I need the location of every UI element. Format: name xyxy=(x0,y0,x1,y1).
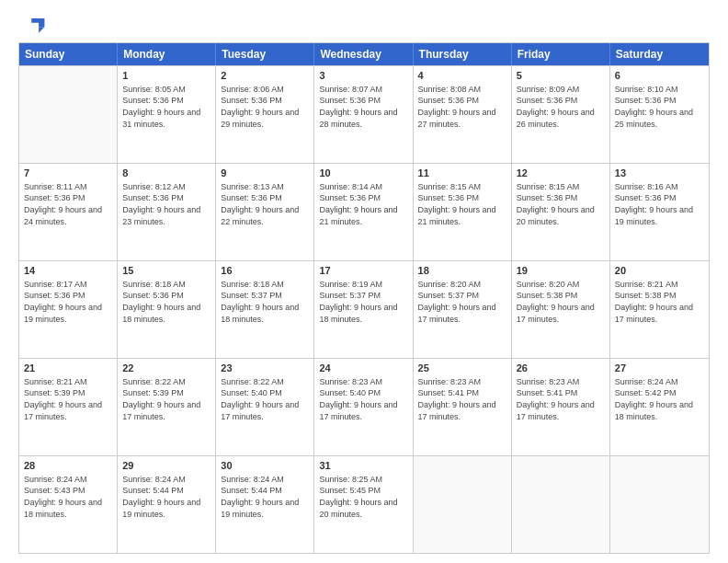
header-cell-saturday: Saturday xyxy=(610,43,709,65)
calendar-cell: 12Sunrise: 8:15 AMSunset: 5:36 PMDayligh… xyxy=(512,164,610,260)
day-number: 27 xyxy=(615,362,704,375)
header-cell-sunday: Sunday xyxy=(19,43,118,65)
day-number: 11 xyxy=(418,167,506,180)
cell-info: Sunrise: 8:19 AMSunset: 5:37 PMDaylight:… xyxy=(319,279,407,325)
calendar-row-1: 7Sunrise: 8:11 AMSunset: 5:36 PMDaylight… xyxy=(19,163,709,260)
calendar-body: 1Sunrise: 8:05 AMSunset: 5:36 PMDaylight… xyxy=(19,65,709,553)
day-number: 23 xyxy=(221,362,309,375)
cell-info: Sunrise: 8:23 AMSunset: 5:40 PMDaylight:… xyxy=(319,376,407,422)
cell-info: Sunrise: 8:24 AMSunset: 5:44 PMDaylight:… xyxy=(122,474,210,520)
day-number: 3 xyxy=(319,69,407,83)
cell-info: Sunrise: 8:21 AMSunset: 5:39 PMDaylight:… xyxy=(24,376,112,422)
day-number: 29 xyxy=(122,459,210,473)
day-number: 14 xyxy=(24,264,112,278)
day-number: 15 xyxy=(122,264,210,278)
cell-info: Sunrise: 8:05 AMSunset: 5:36 PMDaylight:… xyxy=(122,84,210,130)
calendar-cell: 13Sunrise: 8:16 AMSunset: 5:36 PMDayligh… xyxy=(610,164,709,260)
calendar-cell: 16Sunrise: 8:18 AMSunset: 5:37 PMDayligh… xyxy=(216,261,314,358)
header-cell-wednesday: Wednesday xyxy=(314,43,413,65)
day-number: 28 xyxy=(24,459,112,473)
cell-info: Sunrise: 8:07 AMSunset: 5:36 PMDaylight:… xyxy=(319,84,407,130)
calendar-cell xyxy=(512,456,610,553)
calendar-row-2: 14Sunrise: 8:17 AMSunset: 5:36 PMDayligh… xyxy=(19,260,709,358)
svg-marker-1 xyxy=(39,27,44,32)
cell-info: Sunrise: 8:22 AMSunset: 5:39 PMDaylight:… xyxy=(122,376,210,422)
day-number: 18 xyxy=(418,264,506,278)
cell-info: Sunrise: 8:25 AMSunset: 5:45 PMDaylight:… xyxy=(319,474,407,520)
calendar-cell: 7Sunrise: 8:11 AMSunset: 5:36 PMDaylight… xyxy=(19,164,118,260)
calendar-cell xyxy=(610,456,709,553)
calendar-cell: 23Sunrise: 8:22 AMSunset: 5:40 PMDayligh… xyxy=(216,359,314,455)
day-number: 6 xyxy=(615,69,704,83)
day-number: 13 xyxy=(615,167,704,180)
cell-info: Sunrise: 8:14 AMSunset: 5:36 PMDaylight:… xyxy=(319,181,407,227)
calendar-cell: 3Sunrise: 8:07 AMSunset: 5:36 PMDaylight… xyxy=(314,66,413,163)
calendar-cell: 24Sunrise: 8:23 AMSunset: 5:40 PMDayligh… xyxy=(314,359,413,455)
cell-info: Sunrise: 8:22 AMSunset: 5:40 PMDaylight:… xyxy=(221,376,309,422)
calendar-cell: 17Sunrise: 8:19 AMSunset: 5:37 PMDayligh… xyxy=(314,261,413,358)
cell-info: Sunrise: 8:17 AMSunset: 5:36 PMDaylight:… xyxy=(24,279,112,325)
day-number: 26 xyxy=(517,362,605,375)
day-number: 12 xyxy=(517,167,605,180)
cell-info: Sunrise: 8:09 AMSunset: 5:36 PMDaylight:… xyxy=(517,84,605,130)
calendar-cell: 6Sunrise: 8:10 AMSunset: 5:36 PMDaylight… xyxy=(610,66,709,163)
calendar-cell: 5Sunrise: 8:09 AMSunset: 5:36 PMDaylight… xyxy=(512,66,610,163)
calendar-cell: 20Sunrise: 8:21 AMSunset: 5:38 PMDayligh… xyxy=(610,261,709,358)
calendar-cell: 10Sunrise: 8:14 AMSunset: 5:36 PMDayligh… xyxy=(314,164,413,260)
day-number: 7 xyxy=(24,167,112,180)
calendar-cell: 9Sunrise: 8:13 AMSunset: 5:36 PMDaylight… xyxy=(216,164,314,260)
svg-marker-0 xyxy=(31,18,44,27)
day-number: 2 xyxy=(221,69,309,83)
calendar-cell: 11Sunrise: 8:15 AMSunset: 5:36 PMDayligh… xyxy=(414,164,512,260)
calendar-cell: 30Sunrise: 8:24 AMSunset: 5:44 PMDayligh… xyxy=(216,456,314,553)
header-cell-monday: Monday xyxy=(118,43,216,65)
calendar-cell: 4Sunrise: 8:08 AMSunset: 5:36 PMDaylight… xyxy=(414,66,512,163)
calendar-cell: 1Sunrise: 8:05 AMSunset: 5:36 PMDaylight… xyxy=(118,66,216,163)
day-number: 21 xyxy=(24,362,112,375)
calendar-row-4: 28Sunrise: 8:24 AMSunset: 5:43 PMDayligh… xyxy=(19,455,709,553)
calendar-header: SundayMondayTuesdayWednesdayThursdayFrid… xyxy=(19,43,709,65)
calendar-cell: 26Sunrise: 8:23 AMSunset: 5:41 PMDayligh… xyxy=(512,359,610,455)
calendar-cell xyxy=(414,456,512,553)
header-cell-friday: Friday xyxy=(512,43,610,65)
header xyxy=(18,17,710,33)
day-number: 25 xyxy=(418,362,506,375)
calendar-cell: 19Sunrise: 8:20 AMSunset: 5:38 PMDayligh… xyxy=(512,261,610,358)
day-number: 24 xyxy=(319,362,407,375)
day-number: 1 xyxy=(122,69,210,83)
day-number: 30 xyxy=(221,459,309,473)
day-number: 22 xyxy=(122,362,210,375)
calendar: SundayMondayTuesdayWednesdayThursdayFrid… xyxy=(18,42,710,554)
cell-info: Sunrise: 8:13 AMSunset: 5:36 PMDaylight:… xyxy=(221,181,309,227)
calendar-cell: 21Sunrise: 8:21 AMSunset: 5:39 PMDayligh… xyxy=(19,359,118,455)
day-number: 31 xyxy=(319,459,407,473)
cell-info: Sunrise: 8:23 AMSunset: 5:41 PMDaylight:… xyxy=(418,376,506,422)
cell-info: Sunrise: 8:15 AMSunset: 5:36 PMDaylight:… xyxy=(517,181,605,227)
cell-info: Sunrise: 8:12 AMSunset: 5:36 PMDaylight:… xyxy=(122,181,210,227)
calendar-row-0: 1Sunrise: 8:05 AMSunset: 5:36 PMDaylight… xyxy=(19,65,709,163)
cell-info: Sunrise: 8:20 AMSunset: 5:38 PMDaylight:… xyxy=(517,279,605,325)
cell-info: Sunrise: 8:16 AMSunset: 5:36 PMDaylight:… xyxy=(615,181,704,227)
header-cell-thursday: Thursday xyxy=(414,43,512,65)
day-number: 20 xyxy=(615,264,704,278)
calendar-cell xyxy=(19,66,118,163)
page: SundayMondayTuesdayWednesdayThursdayFrid… xyxy=(0,0,728,563)
calendar-cell: 22Sunrise: 8:22 AMSunset: 5:39 PMDayligh… xyxy=(118,359,216,455)
cell-info: Sunrise: 8:15 AMSunset: 5:36 PMDaylight:… xyxy=(418,181,506,227)
cell-info: Sunrise: 8:06 AMSunset: 5:36 PMDaylight:… xyxy=(221,84,309,130)
calendar-cell: 2Sunrise: 8:06 AMSunset: 5:36 PMDaylight… xyxy=(216,66,314,163)
calendar-cell: 27Sunrise: 8:24 AMSunset: 5:42 PMDayligh… xyxy=(610,359,709,455)
cell-info: Sunrise: 8:20 AMSunset: 5:37 PMDaylight:… xyxy=(418,279,506,325)
logo xyxy=(18,17,50,33)
day-number: 19 xyxy=(517,264,605,278)
calendar-cell: 25Sunrise: 8:23 AMSunset: 5:41 PMDayligh… xyxy=(414,359,512,455)
calendar-cell: 15Sunrise: 8:18 AMSunset: 5:36 PMDayligh… xyxy=(118,261,216,358)
calendar-cell: 28Sunrise: 8:24 AMSunset: 5:43 PMDayligh… xyxy=(19,456,118,553)
cell-info: Sunrise: 8:11 AMSunset: 5:36 PMDaylight:… xyxy=(24,181,112,227)
calendar-cell: 8Sunrise: 8:12 AMSunset: 5:36 PMDaylight… xyxy=(118,164,216,260)
cell-info: Sunrise: 8:10 AMSunset: 5:36 PMDaylight:… xyxy=(615,84,704,130)
cell-info: Sunrise: 8:21 AMSunset: 5:38 PMDaylight:… xyxy=(615,279,704,325)
day-number: 17 xyxy=(319,264,407,278)
day-number: 4 xyxy=(418,69,506,83)
cell-info: Sunrise: 8:23 AMSunset: 5:41 PMDaylight:… xyxy=(517,376,605,422)
